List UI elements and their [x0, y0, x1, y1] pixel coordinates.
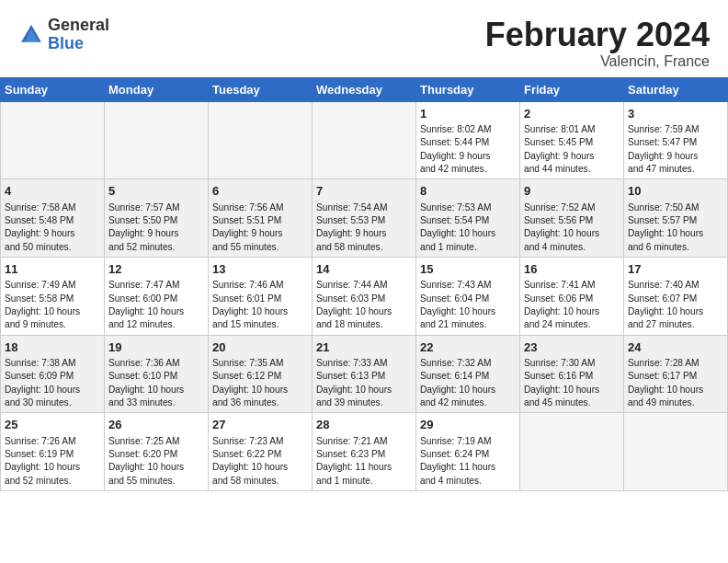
day-of-week-header: Monday — [105, 77, 209, 101]
day-info: Sunrise: 7:26 AM Sunset: 6:19 PM Dayligh… — [5, 435, 100, 488]
calendar-day-cell: 5Sunrise: 7:57 AM Sunset: 5:50 PM Daylig… — [105, 179, 209, 258]
day-number: 11 — [5, 261, 100, 278]
day-number: 5 — [108, 183, 204, 200]
day-info: Sunrise: 7:49 AM Sunset: 5:58 PM Dayligh… — [5, 279, 100, 331]
calendar-week-row: 11Sunrise: 7:49 AM Sunset: 5:58 PM Dayli… — [1, 257, 728, 335]
day-info: Sunrise: 8:02 AM Sunset: 5:44 PM Dayligh… — [420, 123, 516, 176]
day-number: 27 — [212, 417, 308, 433]
calendar-day-cell: 24Sunrise: 7:28 AM Sunset: 6:17 PM Dayli… — [624, 335, 728, 413]
day-info: Sunrise: 7:21 AM Sunset: 6:23 PM Dayligh… — [316, 435, 412, 488]
calendar-day-cell: 11Sunrise: 7:49 AM Sunset: 5:58 PM Dayli… — [1, 257, 105, 335]
day-info: Sunrise: 7:25 AM Sunset: 6:20 PM Dayligh… — [108, 435, 204, 488]
calendar-table: SundayMondayTuesdayWednesdayThursdayFrid… — [0, 77, 728, 491]
day-number: 6 — [212, 183, 308, 200]
calendar-day-cell — [313, 101, 416, 179]
day-of-week-header: Sunday — [1, 77, 105, 101]
day-of-week-header: Wednesday — [313, 77, 416, 101]
day-info: Sunrise: 7:19 AM Sunset: 6:24 PM Dayligh… — [420, 435, 516, 488]
calendar-week-row: 18Sunrise: 7:38 AM Sunset: 6:09 PM Dayli… — [1, 335, 728, 413]
day-info: Sunrise: 7:28 AM Sunset: 6:17 PM Dayligh… — [628, 357, 723, 409]
calendar-day-cell: 12Sunrise: 7:47 AM Sunset: 6:00 PM Dayli… — [105, 257, 209, 335]
day-number: 20 — [212, 339, 308, 356]
page-header: General Blue February 2024 Valencin, Fra… — [0, 0, 728, 77]
calendar-day-cell — [1, 101, 105, 179]
calendar-day-cell: 1Sunrise: 8:02 AM Sunset: 5:44 PM Daylig… — [416, 101, 520, 179]
day-number: 26 — [108, 417, 204, 433]
calendar-day-cell: 26Sunrise: 7:25 AM Sunset: 6:20 PM Dayli… — [105, 413, 209, 491]
calendar-day-cell: 29Sunrise: 7:19 AM Sunset: 6:24 PM Dayli… — [416, 413, 520, 491]
day-number: 25 — [5, 417, 100, 433]
calendar-day-cell: 2Sunrise: 8:01 AM Sunset: 5:45 PM Daylig… — [520, 101, 624, 179]
calendar-day-cell: 13Sunrise: 7:46 AM Sunset: 6:01 PM Dayli… — [209, 257, 313, 335]
calendar-day-cell: 10Sunrise: 7:50 AM Sunset: 5:57 PM Dayli… — [624, 179, 728, 258]
day-info: Sunrise: 7:43 AM Sunset: 6:04 PM Dayligh… — [420, 279, 516, 331]
calendar-day-cell — [105, 101, 209, 179]
day-info: Sunrise: 7:44 AM Sunset: 6:03 PM Dayligh… — [316, 279, 412, 331]
day-number: 17 — [628, 261, 723, 278]
day-number: 24 — [628, 339, 723, 356]
calendar-day-cell: 3Sunrise: 7:59 AM Sunset: 5:47 PM Daylig… — [624, 101, 728, 179]
calendar-day-cell: 19Sunrise: 7:36 AM Sunset: 6:10 PM Dayli… — [105, 335, 209, 413]
day-info: Sunrise: 7:36 AM Sunset: 6:10 PM Dayligh… — [108, 357, 204, 409]
day-info: Sunrise: 7:53 AM Sunset: 5:54 PM Dayligh… — [420, 201, 516, 254]
calendar-day-cell: 27Sunrise: 7:23 AM Sunset: 6:22 PM Dayli… — [209, 413, 313, 491]
calendar-day-cell: 21Sunrise: 7:33 AM Sunset: 6:13 PM Dayli… — [313, 335, 416, 413]
day-info: Sunrise: 7:46 AM Sunset: 6:01 PM Dayligh… — [212, 279, 308, 331]
day-info: Sunrise: 7:57 AM Sunset: 5:50 PM Dayligh… — [108, 201, 204, 254]
logo-text: General Blue — [48, 17, 109, 53]
day-number: 8 — [420, 183, 516, 200]
calendar-day-cell: 22Sunrise: 7:32 AM Sunset: 6:14 PM Dayli… — [416, 335, 520, 413]
calendar-day-cell: 7Sunrise: 7:54 AM Sunset: 5:53 PM Daylig… — [313, 179, 416, 258]
day-info: Sunrise: 7:41 AM Sunset: 6:06 PM Dayligh… — [524, 279, 620, 331]
calendar-day-cell: 25Sunrise: 7:26 AM Sunset: 6:19 PM Dayli… — [1, 413, 105, 491]
day-number: 3 — [628, 106, 723, 122]
day-info: Sunrise: 7:35 AM Sunset: 6:12 PM Dayligh… — [212, 357, 308, 409]
day-number: 7 — [316, 183, 412, 200]
day-number: 10 — [628, 183, 723, 200]
day-of-week-header: Tuesday — [209, 77, 313, 101]
day-number: 23 — [524, 339, 620, 356]
day-info: Sunrise: 7:54 AM Sunset: 5:53 PM Dayligh… — [316, 201, 412, 254]
calendar-day-cell: 17Sunrise: 7:40 AM Sunset: 6:07 PM Dayli… — [624, 257, 728, 335]
day-info: Sunrise: 7:59 AM Sunset: 5:47 PM Dayligh… — [628, 123, 723, 176]
day-number: 18 — [5, 339, 100, 356]
calendar-day-cell — [520, 413, 624, 491]
calendar-day-cell: 20Sunrise: 7:35 AM Sunset: 6:12 PM Dayli… — [209, 335, 313, 413]
day-number: 16 — [524, 261, 620, 278]
calendar-day-cell: 15Sunrise: 7:43 AM Sunset: 6:04 PM Dayli… — [416, 257, 520, 335]
day-info: Sunrise: 7:38 AM Sunset: 6:09 PM Dayligh… — [5, 357, 100, 409]
calendar-day-cell: 4Sunrise: 7:58 AM Sunset: 5:48 PM Daylig… — [1, 179, 105, 258]
day-info: Sunrise: 7:47 AM Sunset: 6:00 PM Dayligh… — [108, 279, 204, 331]
day-of-week-header: Saturday — [624, 77, 728, 101]
calendar-day-cell: 16Sunrise: 7:41 AM Sunset: 6:06 PM Dayli… — [520, 257, 624, 335]
month-title: February 2024 — [485, 17, 710, 53]
day-number: 19 — [108, 339, 204, 356]
day-number: 2 — [524, 106, 620, 122]
day-number: 4 — [5, 183, 100, 200]
day-number: 21 — [316, 339, 412, 356]
day-info: Sunrise: 7:30 AM Sunset: 6:16 PM Dayligh… — [524, 357, 620, 409]
location: Valencin, France — [485, 53, 710, 70]
logo-blue: Blue — [48, 35, 109, 53]
calendar-week-row: 4Sunrise: 7:58 AM Sunset: 5:48 PM Daylig… — [1, 179, 728, 258]
calendar-day-cell: 28Sunrise: 7:21 AM Sunset: 6:23 PM Dayli… — [313, 413, 416, 491]
calendar-day-cell: 23Sunrise: 7:30 AM Sunset: 6:16 PM Dayli… — [520, 335, 624, 413]
calendar-day-cell: 6Sunrise: 7:56 AM Sunset: 5:51 PM Daylig… — [209, 179, 313, 258]
day-number: 1 — [420, 106, 516, 122]
title-block: February 2024 Valencin, France — [485, 17, 710, 70]
day-number: 15 — [420, 261, 516, 278]
day-number: 9 — [524, 183, 620, 200]
day-info: Sunrise: 7:32 AM Sunset: 6:14 PM Dayligh… — [420, 357, 516, 409]
day-number: 28 — [316, 417, 412, 433]
logo-general: General — [48, 17, 109, 35]
day-info: Sunrise: 7:52 AM Sunset: 5:56 PM Dayligh… — [524, 201, 620, 254]
logo-icon — [18, 22, 44, 48]
day-info: Sunrise: 8:01 AM Sunset: 5:45 PM Dayligh… — [524, 123, 620, 176]
day-info: Sunrise: 7:50 AM Sunset: 5:57 PM Dayligh… — [628, 201, 723, 254]
calendar-header-row: SundayMondayTuesdayWednesdayThursdayFrid… — [1, 77, 728, 101]
day-info: Sunrise: 7:40 AM Sunset: 6:07 PM Dayligh… — [628, 279, 723, 331]
day-number: 29 — [420, 417, 516, 433]
calendar-day-cell: 9Sunrise: 7:52 AM Sunset: 5:56 PM Daylig… — [520, 179, 624, 258]
day-info: Sunrise: 7:58 AM Sunset: 5:48 PM Dayligh… — [5, 201, 100, 254]
day-info: Sunrise: 7:33 AM Sunset: 6:13 PM Dayligh… — [316, 357, 412, 409]
